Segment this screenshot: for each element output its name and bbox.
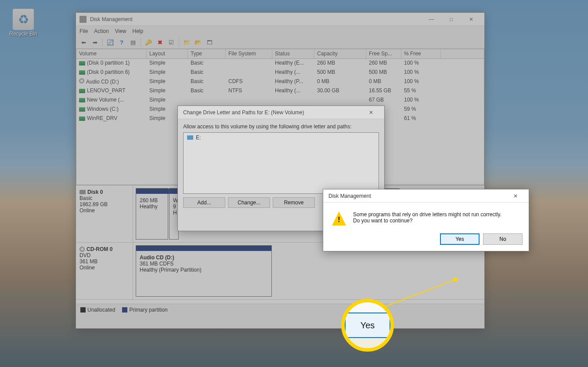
table-cell: Simple <box>147 77 188 87</box>
change-button[interactable]: Change... <box>228 197 270 208</box>
upload-icon[interactable]: 📂 <box>193 38 203 47</box>
table-cell: 61 % <box>401 114 441 124</box>
part-size: 9 <box>173 203 175 210</box>
part-size: 260 MB <box>140 197 164 203</box>
app-icon <box>79 16 87 23</box>
menu-file[interactable]: File <box>79 28 88 34</box>
maximize-button[interactable]: □ <box>441 13 461 25</box>
table-cell: (Disk 0 partition 6) <box>76 68 147 77</box>
table-cell: 100 % <box>401 77 441 87</box>
titlebar[interactable]: Disk Management — □ ✕ <box>76 13 484 26</box>
volume-icon <box>79 61 85 65</box>
legend-primary-label: Primary partition <box>129 307 167 313</box>
properties-icon[interactable]: ☑ <box>166 38 176 47</box>
table-row[interactable]: (Disk 0 partition 1)SimpleBasicHealthy (… <box>76 59 484 68</box>
column-header[interactable]: % Free <box>401 49 441 58</box>
table-row[interactable]: (Disk 0 partition 6)SimpleBasicHealthy (… <box>76 68 484 77</box>
table-row[interactable]: New Volume (...Simple67 GB100 % <box>76 96 484 105</box>
toolbar: ⬅ ➡ 🔄 ? ▤ 🔑 ✖ ☑ 📁 📂 🗔 <box>76 36 484 49</box>
table-cell <box>226 96 272 105</box>
partition-box[interactable]: 260 MB Healthy <box>136 188 168 240</box>
column-header[interactable]: File System <box>226 49 272 58</box>
table-cell <box>188 96 226 105</box>
column-header[interactable]: Layout <box>147 49 188 58</box>
table-cell: 16.55 GB <box>366 87 401 96</box>
help-icon[interactable]: ? <box>117 38 126 47</box>
menu-view[interactable]: View <box>115 28 126 34</box>
cdrom0-type: DVD <box>79 252 129 258</box>
no-button[interactable]: No <box>483 233 523 245</box>
table-cell: Basic <box>188 68 226 77</box>
legend-unallocated-label: Unallocated <box>87 307 115 313</box>
drive-letter-entry: E: <box>196 134 201 141</box>
table-cell: 500 MB <box>366 68 401 77</box>
table-row[interactable]: Audio CD (D:)SimpleBasicCDFSHealthy (P..… <box>76 77 484 87</box>
close-button[interactable]: ✕ <box>461 13 481 25</box>
column-header[interactable]: Free Sp... <box>366 49 401 58</box>
add-icon[interactable]: 📁 <box>182 38 191 47</box>
add-button[interactable]: Add... <box>183 197 225 208</box>
remove-button[interactable]: Remove <box>273 197 315 208</box>
warning-icon: ! <box>332 211 346 225</box>
disk0-status: Online <box>79 207 129 214</box>
disk0-name: Disk 0 <box>87 189 103 195</box>
legend-primary-swatch <box>122 307 127 312</box>
recycle-bin-label: Recycle Bin <box>8 31 39 37</box>
table-cell: Simple <box>147 68 188 77</box>
table-row[interactable]: LENOVO_PARTSimpleBasicNTFSHealthy (...30… <box>76 87 484 96</box>
table-cell <box>272 96 314 105</box>
menu-help[interactable]: Help <box>133 28 144 34</box>
delete-icon[interactable]: ✖ <box>155 38 165 47</box>
column-header[interactable]: Type <box>188 49 226 58</box>
table-cell: 30.00 GB <box>314 87 366 96</box>
volume-icon <box>79 70 85 75</box>
cdrom0-name: CD-ROM 0 <box>87 246 112 252</box>
column-header[interactable]: Status <box>272 49 314 58</box>
table-cell: Healthy (... <box>272 87 314 96</box>
table-cell <box>226 68 272 77</box>
table-cell: 55 % <box>401 87 441 96</box>
dialog-instruction: Allow access to this volume by using the… <box>183 124 379 130</box>
table-cell: (Disk 0 partition 1) <box>76 59 147 68</box>
drive-letter-listbox[interactable]: E: <box>183 132 379 194</box>
details-icon[interactable]: 🗔 <box>205 38 214 47</box>
forward-icon[interactable]: ➡ <box>90 38 100 47</box>
column-header[interactable]: Capacity <box>314 49 366 58</box>
close-icon[interactable]: ✕ <box>361 106 381 119</box>
settings-icon[interactable]: 🔑 <box>144 38 153 47</box>
table-cell: Healthy (... <box>272 68 314 77</box>
table-cell: New Volume (... <box>76 96 147 105</box>
menubar: File Action View Help <box>76 26 484 36</box>
confirm-button-row: Yes No <box>323 230 529 251</box>
cd-icon <box>79 247 85 252</box>
table-cell <box>226 59 272 68</box>
table-cell: Simple <box>147 96 188 105</box>
menu-action[interactable]: Action <box>94 28 108 34</box>
column-header[interactable]: Volume <box>76 49 147 58</box>
table-cell: Basic <box>188 87 226 96</box>
table-cell: 500 MB <box>314 68 366 77</box>
volume-icon <box>79 98 85 102</box>
disk0-type: Basic <box>79 195 129 201</box>
yes-button[interactable]: Yes <box>440 233 480 245</box>
confirm-body: ! Some programs that rely on drive lette… <box>323 203 529 230</box>
dialog-titlebar[interactable]: Change Drive Letter and Paths for E: (Ne… <box>178 106 384 119</box>
legend: Unallocated Primary partition <box>76 304 484 315</box>
table-cell: 67 GB <box>366 96 401 105</box>
table-cell: 59 % <box>401 105 441 114</box>
recycle-bin-icon[interactable]: ♻ Recycle Bin <box>8 9 39 37</box>
part-status: Healthy (Primary Partition) <box>140 267 268 273</box>
legend-unallocated-swatch <box>80 307 86 312</box>
dialog-title: Change Drive Letter and Paths for E: (Ne… <box>181 109 361 116</box>
minimize-button[interactable]: — <box>422 13 441 25</box>
table-cell: 100 % <box>401 68 441 77</box>
close-icon[interactable]: ✕ <box>505 190 525 202</box>
volume-icon <box>79 89 85 93</box>
table-cell: Basic <box>188 59 226 68</box>
partition-box[interactable]: Audio CD (D:) 361 MB CDFS Healthy (Prima… <box>136 245 272 297</box>
back-icon[interactable]: ⬅ <box>79 38 88 47</box>
part-status: H <box>173 210 175 216</box>
table-icon[interactable]: ▤ <box>128 38 138 47</box>
refresh-icon[interactable]: 🔄 <box>105 38 115 47</box>
confirm-titlebar[interactable]: Disk Management ✕ <box>323 189 529 203</box>
